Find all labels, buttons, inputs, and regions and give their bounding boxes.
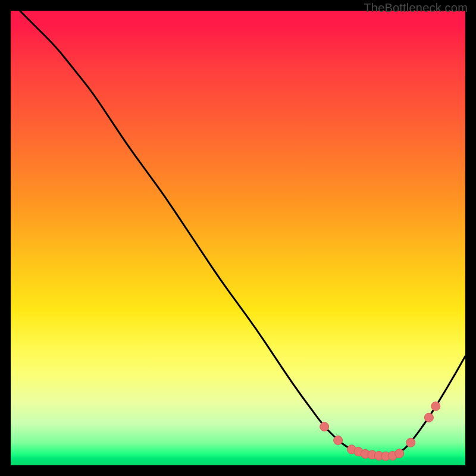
chart-frame: TheBottleneck.com — [0, 0, 476, 476]
curve-marker — [424, 413, 433, 422]
curve-marker — [395, 449, 404, 458]
curve-marker — [320, 422, 329, 431]
curve-marker — [431, 402, 440, 411]
curve-line — [20, 11, 465, 456]
curve-marker — [406, 438, 415, 447]
plot-area — [11, 11, 465, 465]
bottleneck-curve — [11, 11, 465, 465]
watermark-text: TheBottleneck.com — [364, 1, 468, 15]
curve-markers — [320, 402, 440, 461]
curve-marker — [334, 436, 343, 445]
